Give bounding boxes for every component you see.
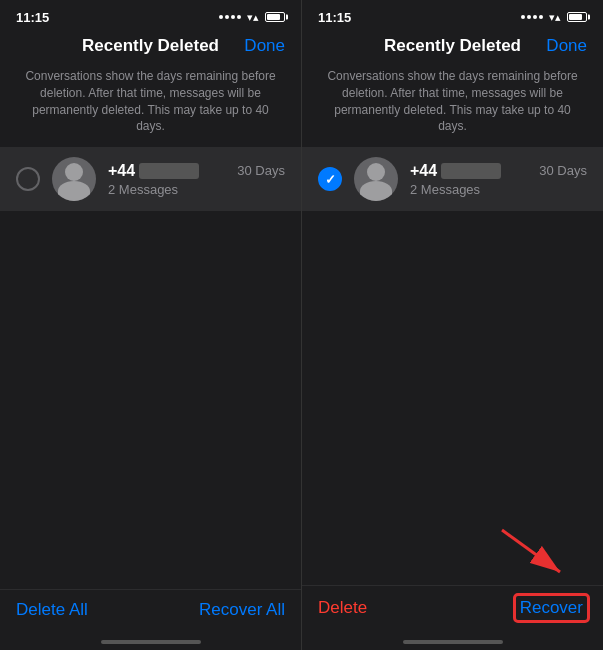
right-nav-title: Recently Deleted — [384, 36, 521, 56]
signal-dot-2 — [225, 15, 229, 19]
left-conv-info: +44 30 Days 2 Messages — [108, 162, 285, 197]
right-conv-days: 30 Days — [539, 163, 587, 178]
left-bottom-bar: Delete All Recover All — [0, 589, 301, 640]
wifi-icon: ▾▴ — [247, 11, 259, 24]
right-signal-dot-1 — [521, 15, 525, 19]
right-signal-dot-4 — [539, 15, 543, 19]
left-nav-title: Recently Deleted — [82, 36, 219, 56]
right-delete-button[interactable]: Delete — [318, 598, 367, 618]
battery-icon — [265, 12, 285, 22]
right-selection-circle[interactable]: ✓ — [318, 167, 342, 191]
right-recover-button[interactable]: Recover — [516, 596, 587, 620]
right-battery-fill — [569, 14, 582, 20]
right-status-time: 11:15 — [318, 10, 351, 25]
right-bottom-bar: Delete Recover — [302, 585, 603, 640]
right-spacer — [302, 211, 603, 585]
right-avatar-bg — [354, 157, 398, 201]
signal-dot-3 — [231, 15, 235, 19]
right-avatar-head — [367, 163, 385, 181]
signal-dot-4 — [237, 15, 241, 19]
right-wifi-icon: ▾▴ — [549, 11, 561, 24]
right-done-button[interactable]: Done — [546, 36, 587, 56]
left-nav-header: Recently Deleted Done — [0, 30, 301, 62]
battery-fill — [267, 14, 280, 20]
right-status-icons: ▾▴ — [521, 11, 587, 24]
left-conversation-row[interactable]: +44 30 Days 2 Messages — [0, 147, 301, 211]
left-home-indicator — [0, 640, 301, 650]
right-conv-info: +44 30 Days 2 Messages — [410, 162, 587, 197]
right-conv-name-blurred — [441, 163, 501, 179]
right-avatar — [354, 157, 398, 201]
left-avatar-bg — [52, 157, 96, 201]
left-selection-circle[interactable] — [16, 167, 40, 191]
right-signal-dot-2 — [527, 15, 531, 19]
left-recover-all-button[interactable]: Recover All — [199, 600, 285, 620]
left-done-button[interactable]: Done — [244, 36, 285, 56]
left-spacer — [0, 211, 301, 589]
right-screen: 11:15 ▾▴ Recently Deleted Done Conversat… — [302, 0, 603, 650]
left-status-icons: ▾▴ — [219, 11, 285, 24]
right-nav-header: Recently Deleted Done — [302, 30, 603, 62]
left-conv-name-row: +44 30 Days — [108, 162, 285, 180]
right-conv-name-group: +44 — [410, 162, 501, 180]
right-home-indicator — [302, 640, 603, 650]
left-conv-name: +44 — [108, 162, 135, 180]
left-conv-name-group: +44 — [108, 162, 199, 180]
left-avatar — [52, 157, 96, 201]
right-conv-messages: 2 Messages — [410, 182, 587, 197]
right-conversation-row[interactable]: ✓ +44 30 Days 2 Messages — [302, 147, 603, 211]
right-conv-name-row: +44 30 Days — [410, 162, 587, 180]
right-status-bar: 11:15 ▾▴ — [302, 0, 603, 30]
left-conv-messages: 2 Messages — [108, 182, 285, 197]
left-screen: 11:15 ▾▴ Recently Deleted Done Conversat… — [0, 0, 302, 650]
left-subtitle: Conversations show the days remaining be… — [0, 62, 301, 147]
left-home-bar — [101, 640, 201, 644]
right-battery-icon — [567, 12, 587, 22]
left-conv-name-blurred — [139, 163, 199, 179]
left-delete-all-button[interactable]: Delete All — [16, 600, 88, 620]
left-avatar-shoulders — [58, 181, 90, 201]
right-signal-dot-3 — [533, 15, 537, 19]
right-home-bar — [403, 640, 503, 644]
right-subtitle: Conversations show the days remaining be… — [302, 62, 603, 147]
left-signal-dots — [219, 15, 241, 19]
left-status-bar: 11:15 ▾▴ — [0, 0, 301, 30]
right-signal-dots — [521, 15, 543, 19]
left-avatar-head — [65, 163, 83, 181]
checkmark-icon: ✓ — [325, 172, 336, 187]
right-conv-name: +44 — [410, 162, 437, 180]
left-conv-days: 30 Days — [237, 163, 285, 178]
right-avatar-shoulders — [360, 181, 392, 201]
left-status-time: 11:15 — [16, 10, 49, 25]
signal-dot-1 — [219, 15, 223, 19]
